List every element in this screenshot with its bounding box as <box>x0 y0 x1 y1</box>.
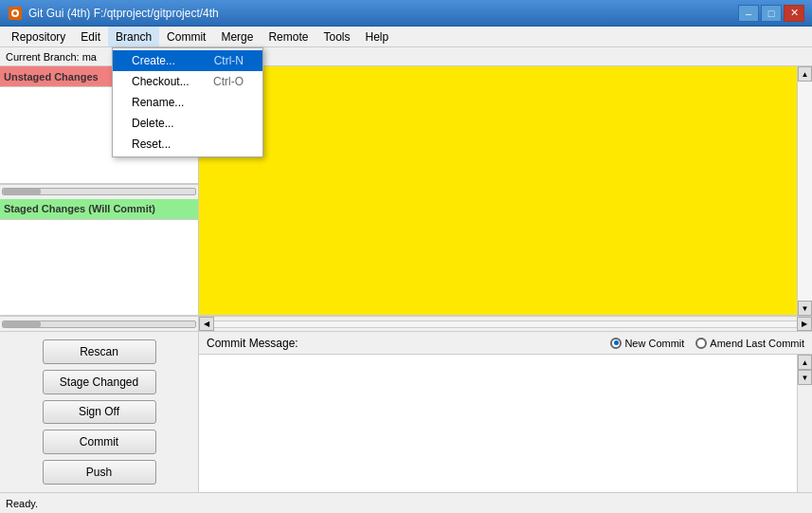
stage-changed-button[interactable]: Stage Changed <box>43 370 156 394</box>
unstaged-scrollbar-h[interactable] <box>0 184 198 199</box>
scroll-right-arrow[interactable]: ▶ <box>797 317 812 331</box>
sign-off-button[interactable]: Sign Off <box>43 400 156 425</box>
maximize-button[interactable]: □ <box>761 5 782 22</box>
branch-dropdown-menu: Create... Ctrl-N Checkout... Ctrl-O Rena… <box>112 47 263 157</box>
staged-changes-header: Staged Changes (Will Commit) <box>0 199 198 220</box>
menu-repository[interactable]: Repository <box>4 27 73 46</box>
new-commit-radio[interactable]: New Commit <box>610 338 684 349</box>
bottom-status-bar: Ready. <box>0 492 812 513</box>
amend-commit-radio[interactable]: Amend Last Commit <box>695 338 804 349</box>
menu-bar: Repository Edit Branch Commit Merge Remo… <box>0 27 812 47</box>
branch-delete-item[interactable]: Delete... <box>113 113 262 134</box>
staged-scrollbar-h[interactable] <box>0 316 198 331</box>
scroll-h-track[interactable] <box>214 321 797 328</box>
new-commit-label: New Commit <box>624 338 684 349</box>
menu-edit[interactable]: Edit <box>73 27 108 46</box>
commit-message-textarea[interactable] <box>199 355 797 492</box>
menu-branch[interactable]: Branch <box>108 27 159 46</box>
window-title: Git Gui (4th) F:/qtproject/gitproject/4t… <box>28 7 219 20</box>
diff-scrollbar-h[interactable]: ◀ ▶ <box>199 316 812 331</box>
staged-files-list[interactable] <box>0 220 198 317</box>
branch-rename-item[interactable]: Rename... <box>113 92 262 113</box>
app-icon <box>8 6 23 21</box>
amend-commit-radio-circle[interactable] <box>695 338 707 349</box>
commit-message-header: Commit Message: New Commit Amend Last Co… <box>199 332 812 355</box>
title-bar: Git Gui (4th) F:/qtproject/gitproject/4t… <box>0 0 812 27</box>
menu-tools[interactable]: Tools <box>316 27 357 46</box>
branch-reset-item[interactable]: Reset... <box>113 134 262 155</box>
commit-message-area: Commit Message: New Commit Amend Last Co… <box>199 332 812 492</box>
minimize-button[interactable]: – <box>738 5 759 22</box>
commit-message-label: Commit Message: <box>207 337 298 350</box>
svg-point-2 <box>13 11 17 15</box>
commit-type-radio-group: New Commit Amend Last Commit <box>610 338 804 349</box>
new-commit-radio-circle[interactable] <box>610 338 622 349</box>
menu-commit[interactable]: Commit <box>159 27 213 46</box>
scroll-up-arrow[interactable]: ▲ <box>798 66 812 82</box>
scroll-down-arrow[interactable]: ▼ <box>798 301 812 316</box>
diff-scrollbar-v[interactable]: ▲ ▼ <box>797 66 812 316</box>
commit-scroll-down[interactable]: ▼ <box>798 370 812 385</box>
scroll-v-track[interactable] <box>798 82 812 301</box>
commit-button[interactable]: Commit <box>43 430 156 454</box>
push-button[interactable]: Push <box>43 460 156 485</box>
branch-checkout-item[interactable]: Checkout... Ctrl-O <box>113 71 262 92</box>
branch-create-item[interactable]: Create... Ctrl-N <box>113 50 262 71</box>
current-branch-text: Current Branch: ma <box>6 51 97 63</box>
window-controls: – □ ✕ <box>738 5 804 22</box>
diff-content <box>199 66 812 316</box>
rescan-button[interactable]: Rescan <box>43 339 156 364</box>
menu-help[interactable]: Help <box>357 27 396 46</box>
menu-remote[interactable]: Remote <box>261 27 316 46</box>
close-button[interactable]: ✕ <box>784 5 804 22</box>
status-text: Ready. <box>6 498 38 509</box>
scroll-left-arrow[interactable]: ◀ <box>199 317 214 331</box>
diff-panel: ▲ ▼ ◀ ▶ <box>199 66 812 331</box>
amend-commit-label: Amend Last Commit <box>710 338 804 349</box>
commit-scroll-up[interactable]: ▲ <box>798 355 812 370</box>
lower-area: Rescan Stage Changed Sign Off Commit Pus… <box>0 331 812 492</box>
action-buttons-panel: Rescan Stage Changed Sign Off Commit Pus… <box>0 332 199 492</box>
commit-scrollbar-v[interactable]: ▲ ▼ <box>797 355 812 492</box>
menu-merge[interactable]: Merge <box>213 27 261 46</box>
